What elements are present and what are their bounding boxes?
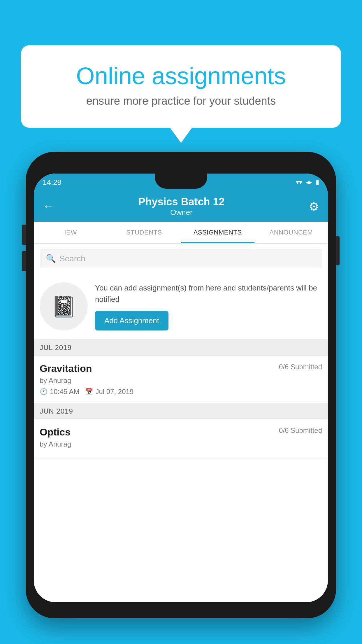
assignment-title: Gravitation <box>40 363 92 374</box>
promo-section: 📓 You can add assignment(s) from here an… <box>34 274 328 340</box>
phone-screen: 14:29 ▾▾ ◂▸ ▮ ← Physics Batch 12 Owner ⚙ <box>34 174 328 602</box>
promo-text: You can add assignment(s) from here and … <box>95 282 322 305</box>
app-bar-title-area: Physics Batch 12 Owner <box>138 196 224 217</box>
add-assignment-button[interactable]: Add Assignment <box>95 311 168 330</box>
screen-inner: 14:29 ▾▾ ◂▸ ▮ ← Physics Batch 12 Owner ⚙ <box>34 174 328 602</box>
bubble-subtitle: ensure more practice for your students <box>44 95 318 107</box>
promo-content: You can add assignment(s) from here and … <box>95 282 322 330</box>
assignment-item-gravitation[interactable]: Gravitation 0/6 Submitted by Anurag 🕐 10… <box>34 356 328 403</box>
search-placeholder: Search <box>59 254 85 263</box>
search-icon: 🔍 <box>46 254 56 263</box>
assignment-item-optics[interactable]: Optics 0/6 Submitted by Anurag <box>34 419 328 459</box>
app-bar: ← Physics Batch 12 Owner ⚙ <box>34 191 328 222</box>
battery-icon: ▮ <box>316 178 319 186</box>
clock-icon: 🕐 <box>40 388 48 396</box>
status-icons: ▾▾ ◂▸ ▮ <box>296 178 319 186</box>
phone-body: 14:29 ▾▾ ◂▸ ▮ ← Physics Batch 12 Owner ⚙ <box>26 152 336 618</box>
month-header-jul: JUL 2019 <box>34 340 328 356</box>
phone-notch <box>155 174 207 189</box>
assignment-top-row-optics: Optics 0/6 Submitted <box>40 426 322 438</box>
tabs-container: IEW STUDENTS ASSIGNMENTS ANNOUNCEM <box>34 222 328 244</box>
volume-up-button <box>22 225 26 245</box>
content-area: 🔍 Search 📓 You can add assignment(s) fro… <box>34 244 328 602</box>
settings-icon[interactable]: ⚙ <box>309 200 319 213</box>
time-meta: 🕐 10:45 AM <box>40 388 79 396</box>
month-label-jul: JUL 2019 <box>40 344 72 351</box>
volume-down-button <box>22 251 26 271</box>
assignment-meta: 🕐 10:45 AM 📅 Jul 07, 2019 <box>40 388 322 396</box>
assignment-submitted-optics: 0/6 Submitted <box>279 426 322 435</box>
notebook-icon: 📓 <box>51 295 76 318</box>
assignment-title-optics: Optics <box>40 426 71 438</box>
power-button <box>336 236 340 265</box>
tab-announcements[interactable]: ANNOUNCEM <box>254 222 328 243</box>
bubble-title: Online assignments <box>44 63 318 89</box>
tab-students[interactable]: STUDENTS <box>107 222 181 243</box>
promo-icon-circle: 📓 <box>40 282 88 330</box>
app-bar-subtitle: Owner <box>138 208 224 217</box>
wifi-icon: ▾▾ <box>296 178 302 186</box>
back-button[interactable]: ← <box>43 200 54 213</box>
signal-icon: ◂▸ <box>306 178 312 186</box>
tab-assignments[interactable]: ASSIGNMENTS <box>181 222 254 243</box>
assignment-author: by Anurag <box>40 377 322 385</box>
month-header-jun: JUN 2019 <box>34 403 328 419</box>
date-meta: 📅 Jul 07, 2019 <box>85 388 133 396</box>
month-label-jun: JUN 2019 <box>40 407 73 415</box>
assignment-submitted: 0/6 Submitted <box>279 363 322 371</box>
calendar-icon: 📅 <box>85 388 93 396</box>
assignment-date: Jul 07, 2019 <box>95 388 133 396</box>
assignment-time: 10:45 AM <box>50 388 79 396</box>
tab-iew[interactable]: IEW <box>34 222 107 243</box>
status-time: 14:29 <box>43 178 61 187</box>
assignment-top-row: Gravitation 0/6 Submitted <box>40 363 322 374</box>
search-container: 🔍 Search <box>34 244 328 274</box>
speech-bubble: Online assignments ensure more practice … <box>21 45 341 128</box>
search-input-wrapper[interactable]: 🔍 Search <box>40 249 322 268</box>
assignment-author-optics: by Anurag <box>40 440 322 448</box>
phone-container: 14:29 ▾▾ ◂▸ ▮ ← Physics Batch 12 Owner ⚙ <box>26 152 336 618</box>
app-bar-title: Physics Batch 12 <box>138 196 224 208</box>
speech-bubble-container: Online assignments ensure more practice … <box>21 45 341 128</box>
